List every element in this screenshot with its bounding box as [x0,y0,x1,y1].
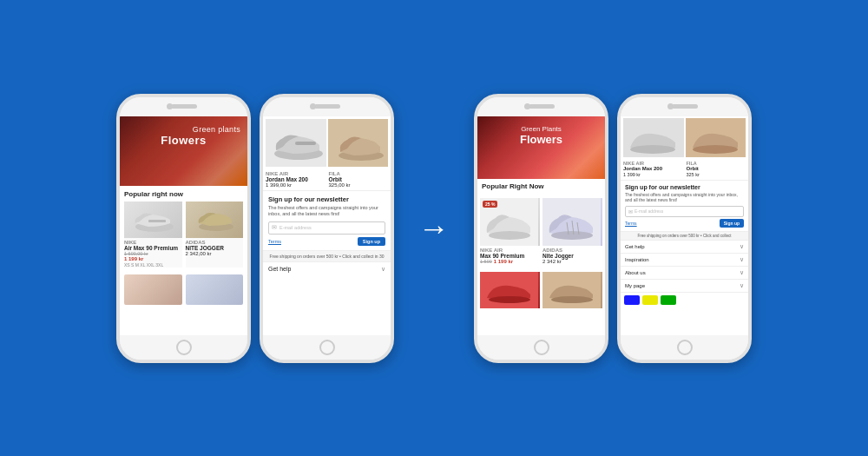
phone-1-p2-price: 2 342,00 kr [186,251,244,256]
phone-1-p1-name: Air Max 90 Premium [124,245,182,252]
phone-3-shoe-3 [480,272,540,308]
phone-2-terms-row: Terms Sign up [268,237,385,246]
phone-2-nike-price: 1 399,00 kr [266,182,326,188]
phone-4-nike-svg [623,118,684,157]
phone-4-terms[interactable]: Terms [625,221,637,226]
phone-3-p2-price: 2 342 kr [542,259,602,264]
phone-2-get-help[interactable]: Get help ∨ [263,261,391,276]
phone-3-green-plants: Green Plants [484,125,598,133]
phone-4-email-ph: E-mail address [635,208,663,214]
phone-1-p2-name: NITE JOGGER [186,245,244,252]
phone-1-home-btn[interactable] [176,340,192,355]
phone-4-email-icon: ✉ [628,208,633,215]
phone-4: NIKE AIR Jordan Max 200 1 399 kr FILA Or… [617,94,752,363]
phone-4-thumb-nike [623,118,684,157]
phone-4-product-info: NIKE AIR Jordan Max 200 1 399 kr FILA Or… [621,159,748,180]
phone-1-p1-price-sale: 1 199 kr [124,256,182,261]
phone-3-product-1[interactable]: 25 % NIKE AIR Max 90 Premium 1 599 [480,198,540,265]
phone-2-terms[interactable]: Terms [268,239,281,244]
phone-1-section-title: Popular right now [124,190,243,198]
svg-point-11 [551,231,593,240]
svg-rect-5 [295,142,316,145]
phone-4-menu-mypage[interactable]: My page ∨ [621,279,748,292]
phone-4-terms-row: Terms Sign up [625,219,744,228]
phone-4-top-bar [621,97,748,116]
phone-4-menu-inspiration[interactable]: Inspiration ∨ [621,253,748,266]
phone-3-section-title: Popular Right Now [482,182,601,190]
phone-4-get-help-label: Get help [625,244,645,249]
phone-2-thumb-nike [266,119,326,167]
phone-4-products-top [621,116,748,159]
phone-4-signup-btn[interactable]: Sign up [720,219,744,228]
phone-3-shoe-4 [542,272,602,308]
phone-2-label-fila: FILA Orbit 325,00 kr [329,169,389,188]
phone-2-product-labels: NIKE AIR Jordan Max 200 1 399,00 kr FILA… [263,169,391,191]
phone-3-red-shoe-svg [480,272,538,308]
phone-2-fila-name: Orbit [329,176,389,183]
phone-4-inspiration-label: Inspiration [625,257,649,262]
phone-3-adidas-svg [542,198,601,246]
phone-1-p1-sizes: XS S M XL XXL 3XL [124,262,182,268]
phone-2-nike-name: Jordan Max 200 [266,176,326,183]
phone-2-product-row [263,116,391,169]
phone-4-menu-about[interactable]: About us ∨ [621,266,748,279]
phone-1: Green plants Flowers Popular right now [116,94,251,363]
email-icon: ✉ [269,224,279,231]
phone-4-bottom [621,335,748,360]
phone-4-get-help-chevron: ∨ [740,243,744,250]
phone-2-thumb-fila [328,119,389,167]
phone-1-product-1[interactable]: NIKE Air Max 90 Premium 1 699,00 kr 1 19… [124,202,182,268]
phone-3: Green Plants Flowers Popular Right Now 2… [474,94,608,363]
phone-3-home-btn[interactable] [534,340,549,355]
phone-4-about-label: About us [625,270,646,275]
phone-4-nike-name: Jordan Max 200 [623,166,683,172]
phone-3-bottom [477,335,605,360]
phone-2-home-btn[interactable] [319,340,335,355]
phone-4-info-fila: FILA Orbit 325 kr [687,161,746,177]
phone-4-thumb-fila [686,118,746,157]
phone-2-signup-btn[interactable]: Sign up [358,237,385,246]
phone-4-email-input[interactable]: ✉ E-mail address [625,206,744,217]
visa-icon [624,295,640,305]
phone-1-thumb-3 [124,274,182,305]
phone-1-flowers: Flowers [127,134,240,147]
svg-point-18 [551,296,593,303]
phone-4-fila-name: Orbit [687,166,746,172]
phone-1-thumb-4 [186,274,244,305]
svg-point-20 [630,145,675,154]
phone-2-email-input[interactable]: ✉ E-mail address [268,221,385,235]
phone-3-p1-img: 25 % [480,198,540,246]
svg-point-9 [489,231,530,240]
phone-2-fila-price: 325,00 kr [329,182,389,188]
main-scene: Green plants Flowers Popular right now [0,0,868,456]
shoe-svg-2 [188,204,240,235]
phone-2-nike-svg [266,119,326,167]
phone-1-product-grid: NIKE Air Max 90 Premium 1 699,00 kr 1 19… [124,202,243,268]
phone-4-newsletter: Sign up for our newsletter The freshest … [621,180,748,231]
phone-2-free-shipping: Free shipping on orders over 500 kr • Cl… [263,250,391,261]
phone-2: NIKE AIR Jordan Max 200 1 399,00 kr FILA… [260,94,394,363]
phone-2-email-placeholder: E-mail address [279,225,312,230]
phone-4-menu-get-help[interactable]: Get help ∨ [621,240,748,253]
phone-2-label-nike: NIKE AIR Jordan Max 200 1 399,00 kr [266,169,326,188]
phone-3-p2-img [542,198,602,246]
phones-before: Green plants Flowers Popular right now [116,94,394,363]
phone-4-fila-price: 325 kr [687,172,746,177]
phone-1-product-2[interactable]: ADIDAS NITE JOGGER 2 342,00 kr [186,202,244,268]
phone-2-screen: NIKE AIR Jordan Max 200 1 399,00 kr FILA… [263,116,391,335]
phone-3-section-header: Popular Right Now [477,179,605,195]
phone-4-payment-icons [621,292,748,307]
phone-2-speaker [314,104,340,109]
svg-point-22 [693,145,738,154]
phone-4-nl-desc: The freshest offers and campaigns straig… [625,192,744,203]
phone-4-mypage-chevron: ∨ [740,282,744,289]
phone-4-about-chevron: ∨ [740,269,744,276]
phone-3-p1-name: Max 90 Premium [480,253,540,260]
phone-2-chevron: ∨ [381,266,385,273]
phone-2-nl-desc: The freshest offers and campaigns straig… [268,205,385,217]
phone-3-p1-price-orig: 1 599 [480,259,492,264]
phone-2-get-help-label: Get help [268,266,291,272]
phone-3-top-bar [477,97,605,116]
phone-4-home-btn[interactable] [677,340,693,355]
phone-3-product-2[interactable]: ADIDAS Nite Jogger 2 342 kr [542,198,602,265]
